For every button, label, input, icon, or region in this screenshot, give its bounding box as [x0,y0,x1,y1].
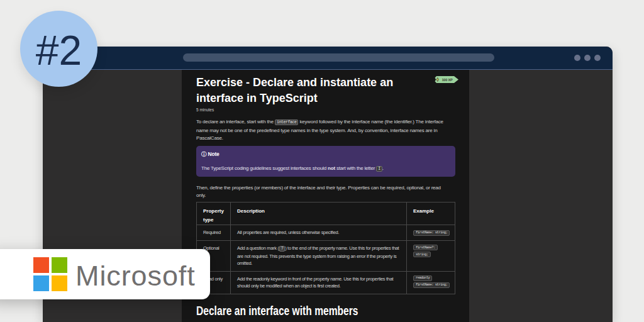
svg-text:100 XP: 100 XP [441,78,453,82]
